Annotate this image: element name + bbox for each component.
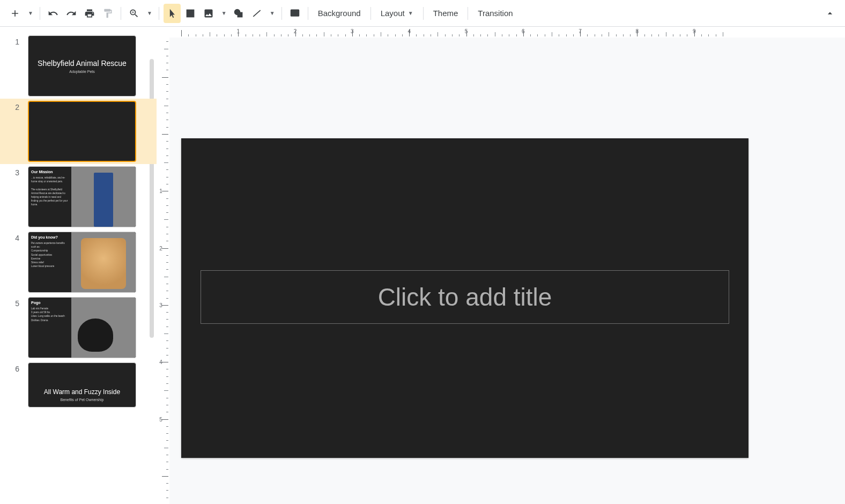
svg-rect-2 [238, 12, 242, 17]
slide-thumb[interactable]: Shelbyfield Animal Rescue Adoptable Pets [28, 35, 136, 97]
separator [121, 7, 121, 20]
canvas-area: 123456789 Click to add title [169, 27, 845, 504]
slide-thumb[interactable] [28, 101, 136, 162]
layout-button[interactable]: Layout▼ [375, 4, 419, 23]
transition-button[interactable]: Transition [472, 4, 518, 23]
thumb-image [71, 232, 136, 292]
print-button[interactable] [81, 4, 98, 23]
horizontal-ruler: 123456789 [169, 27, 845, 38]
zoom-dropdown[interactable]: ▼ [144, 4, 154, 23]
new-slide-dropdown[interactable]: ▼ [25, 4, 35, 23]
thumb-image [71, 298, 136, 358]
title-placeholder[interactable]: Click to add title [201, 270, 729, 324]
thumb-image [71, 167, 136, 227]
separator [468, 7, 468, 20]
image-dropdown[interactable]: ▼ [218, 4, 229, 23]
slide-number: 2 [13, 101, 19, 112]
image-icon [203, 8, 214, 19]
comment-add-icon [290, 8, 300, 19]
slide-thumb[interactable]: All Warm and Fuzzy Inside Benefits of Pe… [28, 362, 136, 407]
paint-format-button[interactable] [99, 4, 116, 23]
background-button[interactable]: Background [313, 4, 366, 23]
zoom-in-icon [129, 8, 139, 19]
separator [40, 7, 40, 20]
redo-icon [66, 8, 77, 19]
slide-thumbnail-6[interactable]: 6 All Warm and Fuzzy Inside Benefits of … [0, 360, 157, 410]
slide-number: 1 [13, 35, 19, 46]
slide-thumb[interactable]: Did you know? Pet owners experience bene… [28, 232, 136, 293]
line-tool[interactable] [248, 4, 265, 23]
slide-thumbnail-5[interactable]: 5 Pogo Lab mix Female 3 years old 59 lbs… [0, 295, 157, 360]
slide-thumb[interactable]: Our Mission ...to rescue, rehabilitate, … [28, 166, 136, 227]
plus-icon [10, 8, 20, 19]
image-tool[interactable] [200, 4, 217, 23]
comment-button[interactable] [286, 4, 303, 23]
line-icon [251, 8, 262, 19]
separator [159, 7, 159, 20]
print-icon [84, 8, 95, 19]
textbox-icon [185, 8, 196, 19]
vertical-ruler: 12345 [157, 33, 169, 504]
line-dropdown[interactable]: ▼ [266, 4, 277, 23]
hide-menus-button[interactable] [821, 4, 839, 23]
slide-number: 4 [13, 232, 19, 242]
textbox-tool[interactable] [182, 4, 199, 23]
theme-button[interactable]: Theme [428, 4, 464, 23]
paint-roller-icon [102, 8, 113, 19]
redo-button[interactable] [63, 4, 80, 23]
slide-thumbnail-4[interactable]: 4 Did you know? Pet owners experience be… [0, 229, 157, 295]
separator [281, 7, 282, 20]
separator [423, 7, 424, 20]
separator [308, 7, 308, 20]
slide-number: 5 [13, 297, 19, 308]
undo-icon [48, 8, 58, 19]
separator [370, 7, 371, 20]
slide-number: 6 [13, 362, 19, 373]
undo-button[interactable] [45, 4, 62, 23]
cursor-icon [167, 8, 177, 19]
slide-thumbnail-3[interactable]: 3 Our Mission ...to rescue, rehabilitate… [0, 164, 157, 229]
chevron-up-icon [825, 8, 835, 19]
toolbar: ▼ ▼ ▼ ▼ Background Layout▼ Theme Transit… [0, 0, 845, 27]
select-tool[interactable] [164, 4, 181, 23]
shape-icon [233, 8, 244, 19]
new-slide-button[interactable] [6, 4, 24, 23]
zoom-button[interactable] [125, 4, 143, 23]
shape-tool[interactable] [230, 4, 247, 23]
slide-number: 3 [13, 166, 19, 177]
main-area: 1 Shelbyfield Animal Rescue Adoptable Pe… [0, 27, 845, 504]
slide-thumbnail-2[interactable]: 2 [0, 99, 157, 164]
slide-canvas[interactable]: Click to add title [181, 138, 748, 458]
slide-thumbnail-1[interactable]: 1 Shelbyfield Animal Rescue Adoptable Pe… [0, 33, 157, 99]
slide-thumb[interactable]: Pogo Lab mix Female 3 years old 59 lbs L… [28, 297, 136, 358]
slide-panel[interactable]: 1 Shelbyfield Animal Rescue Adoptable Pe… [0, 27, 157, 504]
